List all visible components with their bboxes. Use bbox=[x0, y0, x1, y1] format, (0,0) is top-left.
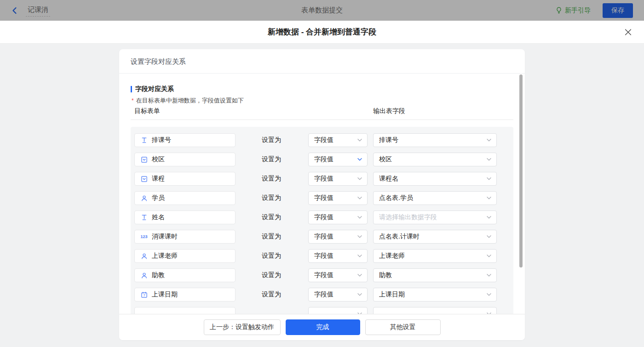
output-field-select[interactable]: 点名表.计课时 bbox=[373, 230, 497, 244]
field-label: 校区 bbox=[152, 155, 165, 164]
value-type-select[interactable]: 字段值 bbox=[308, 210, 368, 224]
close-icon[interactable] bbox=[624, 28, 632, 36]
required-asterisk: * bbox=[132, 97, 134, 104]
user-icon bbox=[140, 272, 148, 279]
value-type-label: 字段值 bbox=[314, 233, 334, 241]
action-label: 设置为 bbox=[262, 213, 281, 222]
output-field-select[interactable]: 点名表.学员 bbox=[373, 191, 497, 205]
value-type-select[interactable]: 字段值 bbox=[308, 268, 368, 282]
mapping-row: 123 消课课时 设置为 字段值 点名表.计课时 bbox=[134, 230, 513, 244]
value-type-label: 字段值 bbox=[314, 290, 334, 299]
calendar-icon: 7 bbox=[140, 291, 148, 298]
value-type-label: 字段值 bbox=[314, 213, 334, 222]
output-field-label: 上课日期 bbox=[379, 290, 405, 299]
value-type-select[interactable]: 字段值 bbox=[308, 230, 368, 244]
text-icon bbox=[140, 137, 148, 144]
chevron-down-icon bbox=[357, 293, 362, 296]
output-field-select[interactable]: 上课日期 bbox=[373, 288, 497, 301]
value-type-label: 字段值 bbox=[314, 271, 334, 279]
previous-step-button[interactable]: 上一步：设置触发动作 bbox=[204, 319, 281, 335]
chevron-down-icon bbox=[357, 197, 362, 200]
beginner-guide-label: 新手引导 bbox=[565, 6, 591, 15]
output-field-select[interactable]: 助教 bbox=[373, 268, 497, 282]
value-type-label: 字段值 bbox=[314, 136, 334, 144]
chevron-down-icon bbox=[487, 197, 491, 200]
user-icon bbox=[140, 195, 148, 202]
output-field-select[interactable]: 排课号 bbox=[373, 133, 497, 147]
scrollbar-thumb[interactable] bbox=[519, 74, 523, 267]
value-type-select[interactable]: 字段值 bbox=[308, 288, 368, 301]
mapping-row: 上课老师 设置为 字段值 上课老师 bbox=[134, 249, 513, 263]
action-label: 设置为 bbox=[262, 155, 281, 164]
value-type-label: 字段值 bbox=[314, 252, 334, 260]
text-icon bbox=[140, 214, 148, 221]
value-type-select[interactable]: 字段值 bbox=[308, 153, 368, 166]
value-type-select[interactable] bbox=[308, 307, 368, 314]
target-field-box bbox=[134, 307, 236, 314]
chevron-down-icon bbox=[487, 139, 491, 142]
user-icon bbox=[140, 253, 148, 260]
chevron-down-icon bbox=[357, 177, 362, 181]
field-label: 助教 bbox=[152, 271, 165, 279]
action-label: 设置为 bbox=[262, 252, 281, 260]
select-icon bbox=[140, 156, 148, 163]
value-type-select[interactable]: 字段值 bbox=[308, 191, 368, 205]
value-type-label: 字段值 bbox=[314, 194, 334, 202]
output-field-select[interactable]: 上课老师 bbox=[373, 249, 497, 263]
column-header-target-form: 目标表单 bbox=[134, 107, 160, 115]
field-label: 学员 bbox=[152, 194, 165, 202]
mapping-row bbox=[134, 307, 513, 314]
save-button[interactable]: 保存 bbox=[603, 3, 633, 18]
output-field-select[interactable] bbox=[373, 307, 497, 314]
output-field-select[interactable]: 请选择输出数据字段 bbox=[373, 210, 497, 224]
action-label: 设置为 bbox=[262, 194, 281, 202]
value-type-label: 字段值 bbox=[314, 175, 334, 183]
output-field-label: 上课老师 bbox=[379, 252, 405, 260]
output-field-select[interactable]: 校区 bbox=[373, 153, 497, 166]
field-mapping-panel: 设置字段对应关系 字段对应关系 *在目标表单中新增数据，字段值设置如下 目标表单… bbox=[119, 49, 525, 340]
chevron-down-icon bbox=[357, 158, 362, 161]
page-title: 表单数据提交 bbox=[0, 6, 644, 15]
chevron-left-icon bbox=[11, 7, 17, 14]
chevron-down-icon bbox=[487, 216, 491, 219]
value-type-select[interactable]: 字段值 bbox=[308, 133, 368, 147]
mapping-row: 助教 设置为 字段值 助教 bbox=[134, 268, 513, 282]
modal-title: 新增数据 - 合并新增到普通字段 bbox=[0, 21, 644, 43]
output-field-label: 校区 bbox=[379, 155, 392, 164]
chevron-down-icon bbox=[357, 139, 362, 142]
mapping-list: 排课号 设置为 字段值 排课号 校区 设置为 字段值 校区 bbox=[131, 127, 513, 314]
value-type-select[interactable]: 字段值 bbox=[308, 249, 368, 263]
chevron-down-icon bbox=[357, 274, 362, 277]
app-header: 记课消 表单数据提交 新手引导 保存 bbox=[0, 0, 644, 21]
other-settings-button[interactable]: 其他设置 bbox=[365, 319, 441, 335]
modal-body: 设置字段对应关系 字段对应关系 *在目标表单中新增数据，字段值设置如下 目标表单… bbox=[0, 44, 644, 347]
back-button[interactable] bbox=[11, 7, 17, 14]
value-type-select[interactable]: 字段值 bbox=[308, 172, 368, 186]
flow-name[interactable]: 记课消 bbox=[26, 5, 50, 17]
section-title: 字段对应关系 bbox=[135, 85, 174, 93]
lightbulb-icon bbox=[556, 7, 562, 14]
chevron-down-icon bbox=[487, 158, 491, 161]
mapping-row: 排课号 设置为 字段值 排课号 bbox=[134, 133, 513, 147]
beginner-guide-link[interactable]: 新手引导 bbox=[556, 6, 591, 15]
chevron-down-icon bbox=[357, 216, 362, 219]
target-field-box: 助教 bbox=[134, 268, 236, 282]
target-field-box: 排课号 bbox=[134, 133, 236, 147]
done-button[interactable]: 完成 bbox=[286, 319, 360, 335]
chevron-down-icon bbox=[357, 255, 362, 258]
target-field-box: 7 上课日期 bbox=[134, 288, 236, 301]
target-field-box: 校区 bbox=[134, 153, 236, 166]
section-accent-bar bbox=[131, 86, 132, 92]
mapping-row: 7 上课日期 设置为 字段值 上课日期 bbox=[134, 288, 513, 301]
section-note: *在目标表单中新增数据，字段值设置如下 bbox=[131, 97, 513, 105]
svg-text:7: 7 bbox=[143, 293, 145, 297]
modal-title-bar: 新增数据 - 合并新增到普通字段 bbox=[0, 21, 644, 44]
column-headers: 目标表单 输出表字段 bbox=[131, 105, 513, 120]
output-field-select[interactable]: 课程名 bbox=[373, 172, 497, 186]
chevron-down-icon bbox=[487, 274, 491, 277]
panel-header: 设置字段对应关系 bbox=[119, 49, 525, 74]
chevron-down-icon bbox=[487, 255, 491, 258]
chevron-down-icon bbox=[487, 177, 491, 181]
mapping-row: 姓名 设置为 字段值 请选择输出数据字段 bbox=[134, 210, 513, 224]
field-label: 上课老师 bbox=[152, 252, 178, 260]
